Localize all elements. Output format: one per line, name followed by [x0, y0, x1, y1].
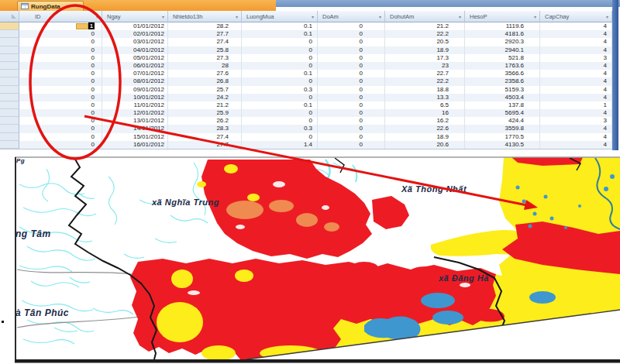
cell-capchay[interactable]: 1	[540, 101, 612, 109]
cell-id[interactable]: 0	[19, 141, 102, 149]
cell-dohutam[interactable]: 22.7	[385, 70, 465, 77]
record-selector[interactable]	[0, 125, 19, 132]
record-selector[interactable]	[0, 117, 19, 125]
cell-ngay[interactable]: 16/01/2012	[102, 141, 168, 149]
cell-ngay[interactable]: 13/01/2012	[102, 117, 168, 125]
filter-dropdown-icon[interactable]: ▾	[96, 14, 98, 19]
record-selector[interactable]	[0, 30, 19, 38]
cell-doam[interactable]: 0	[318, 94, 385, 101]
cell-doam[interactable]: 0	[318, 30, 385, 38]
cell-dohutam[interactable]: 17.3	[385, 54, 465, 62]
cell-id[interactable]: 0	[19, 133, 102, 141]
cell-id[interactable]: 0	[19, 62, 102, 70]
cell-doam[interactable]: 0	[318, 62, 385, 70]
cell-dohutam[interactable]: 18.9	[385, 46, 465, 54]
cell-nhietdo13h[interactable]: 27.4	[168, 38, 242, 46]
cell-dohutam[interactable]: 18.8	[385, 86, 465, 94]
cell-hesop[interactable]: 4181.6	[465, 30, 540, 38]
cell-doam[interactable]: 0	[318, 125, 385, 132]
cell-ngay[interactable]: 06/01/2012	[102, 62, 168, 70]
cell-capchay[interactable]: 4	[540, 133, 612, 141]
cell-dohutam[interactable]: 18.9	[385, 133, 465, 141]
cell-id[interactable]: 1	[19, 22, 102, 30]
cell-id[interactable]: 0	[19, 46, 102, 54]
cell-capchay[interactable]: 4	[540, 109, 612, 117]
cell-capchay[interactable]: 4	[540, 125, 612, 132]
cell-nhietdo13h[interactable]: 27.4	[168, 133, 242, 141]
cell-luongmua[interactable]: 0	[242, 38, 318, 46]
cell-hesop[interactable]: 4130.5	[465, 141, 540, 149]
cell-capchay[interactable]: 4	[540, 30, 612, 38]
record-selector[interactable]	[0, 54, 19, 62]
record-selector[interactable]	[0, 133, 19, 141]
record-selector[interactable]	[0, 38, 19, 46]
record-selector[interactable]	[0, 101, 19, 109]
cell-doam[interactable]: 0	[318, 101, 385, 109]
record-selector[interactable]	[0, 77, 19, 85]
cell-ngay[interactable]: 11/01/2012	[102, 101, 168, 109]
cell-nhietdo13h[interactable]: 27.7	[168, 30, 242, 38]
cell-nhietdo13h[interactable]: 28.3	[168, 125, 242, 132]
cell-capchay[interactable]: 4	[540, 141, 612, 149]
cell-nhietdo13h[interactable]: 27.6	[168, 70, 242, 77]
cell-ngay[interactable]: 09/01/2012	[102, 86, 168, 94]
record-selector[interactable]	[0, 22, 19, 30]
cell-nhietdo13h[interactable]: 25.8	[168, 46, 242, 54]
cell-luongmua[interactable]: 0.3	[242, 125, 318, 132]
cell-hesop[interactable]: 3566.6	[465, 70, 540, 77]
cell-capchay[interactable]: 3	[540, 117, 612, 125]
cell-hesop[interactable]: 424.4	[465, 117, 540, 125]
cell-doam[interactable]: 0	[318, 54, 385, 62]
cell-hesop[interactable]: 3559.8	[465, 125, 540, 132]
cell-id[interactable]: 0	[19, 94, 102, 101]
cell-doam[interactable]: 0	[318, 77, 385, 85]
cell-capchay[interactable]: 3	[540, 54, 612, 62]
cell-hesop[interactable]: 521.8	[465, 54, 540, 62]
record-selector[interactable]	[0, 62, 19, 70]
cell-luongmua[interactable]: 0	[242, 133, 318, 141]
cell-dohutam[interactable]: 6.5	[385, 101, 465, 109]
cell-ngay[interactable]: 02/01/2012	[102, 30, 168, 38]
cell-doam[interactable]: 0	[318, 133, 385, 141]
cell-luongmua[interactable]: 0	[242, 117, 318, 125]
cell-hesop[interactable]: 1119.6	[465, 22, 540, 30]
cell-hesop[interactable]: 4503.4	[465, 94, 540, 101]
cell-doam[interactable]: 0	[318, 86, 385, 94]
cell-doam[interactable]: 0	[318, 22, 385, 30]
cell-id[interactable]: 0	[19, 101, 102, 109]
cell-nhietdo13h[interactable]: 25.7	[168, 86, 242, 94]
cell-luongmua[interactable]: 0.1	[242, 70, 318, 77]
cell-capchay[interactable]: 4	[540, 62, 612, 70]
column-header-hesop[interactable]: HesoP▾	[465, 11, 540, 22]
cell-nhietdo13h[interactable]: 26.2	[168, 117, 242, 125]
column-header-doam[interactable]: DoAm▾	[318, 11, 385, 22]
cell-ngay[interactable]: 04/01/2012	[102, 46, 168, 54]
cell-dohutam[interactable]: 21.2	[385, 22, 465, 30]
column-header-id[interactable]: ID▾	[19, 11, 102, 22]
cell-luongmua[interactable]: 0.1	[242, 101, 318, 109]
cell-hesop[interactable]: 1763.6	[465, 62, 540, 70]
cell-dohutam[interactable]: 23	[385, 62, 465, 70]
column-header-capchay[interactable]: CapChay▾	[540, 11, 612, 22]
cell-hesop[interactable]: 2940.1	[465, 46, 540, 54]
filter-dropdown-icon[interactable]: ▾	[459, 14, 461, 19]
cell-hesop[interactable]: 5695.4	[465, 109, 540, 117]
cell-ngay[interactable]: 07/01/2012	[102, 70, 168, 77]
cell-id[interactable]: 0	[19, 125, 102, 132]
cell-hesop[interactable]: 5159.3	[465, 86, 540, 94]
cell-hesop[interactable]: 2358.6	[465, 77, 540, 85]
cell-capchay[interactable]: 4	[540, 46, 612, 54]
cell-hesop[interactable]: 1770.5	[465, 133, 540, 141]
filter-dropdown-icon[interactable]: ▾	[236, 14, 238, 19]
cell-capchay[interactable]: 4	[540, 38, 612, 46]
column-header-dohutam[interactable]: DohutAm▾	[385, 11, 465, 22]
filter-dropdown-icon[interactable]: ▾	[379, 14, 381, 19]
cell-ngay[interactable]: 10/01/2012	[102, 94, 168, 101]
cell-hesop[interactable]: 2920.3	[465, 38, 540, 46]
cell-nhietdo13h[interactable]: 27.7	[168, 141, 242, 149]
cell-capchay[interactable]: 4	[540, 70, 612, 77]
cell-id[interactable]: 0	[19, 70, 102, 77]
cell-nhietdo13h[interactable]: 26.8	[168, 77, 242, 85]
cell-luongmua[interactable]: 0	[242, 54, 318, 62]
cell-capchay[interactable]: 4	[540, 94, 612, 101]
